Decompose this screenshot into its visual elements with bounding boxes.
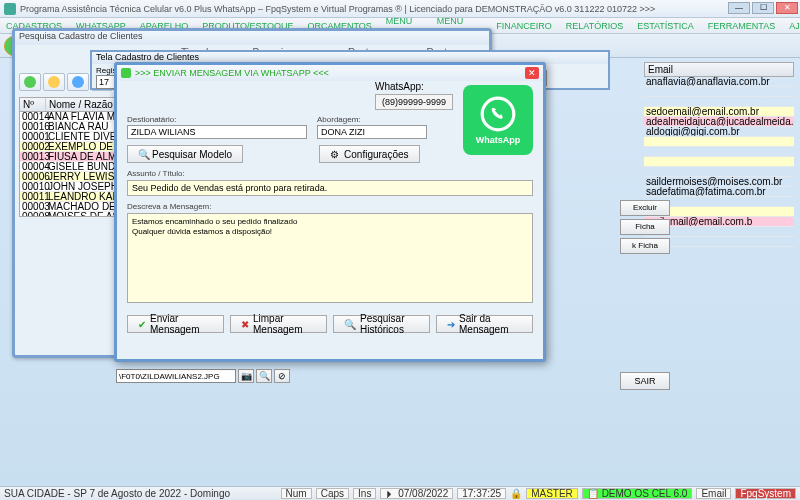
col-num[interactable]: Nº — [20, 98, 46, 111]
whatsapp-dialog: >>> ENVIAR MENSAGEM VIA WHATSAPP <<< ✕ W… — [114, 62, 546, 362]
email-row: adealmeidajuca@jucadealmeida.com.br — [644, 117, 794, 127]
check-icon: ✔ — [138, 319, 146, 330]
clear-photo-button[interactable]: ⊘ — [274, 369, 290, 383]
edit-button[interactable] — [43, 73, 65, 91]
status-num: Num — [281, 488, 312, 499]
status-demo: 📋 DEMO OS CEL 6.0 — [582, 488, 693, 499]
email-row — [644, 87, 794, 97]
search-title: Pesquisa Cadastro de Clientes — [15, 31, 489, 45]
whatsapp-logo-icon — [479, 95, 517, 133]
pesquisar-historicos-button[interactable]: 🔍Pesquisar Históricos — [333, 315, 430, 333]
search-icon: 🔍 — [344, 319, 356, 330]
status-caps: Caps — [316, 488, 349, 499]
status-date: ⏵ 07/08/2022 — [380, 488, 453, 499]
email-row — [644, 97, 794, 107]
mensagem-label: Descreva a Mensagem: — [127, 202, 533, 211]
sair-mensagem-button[interactable]: ➔Sair da Mensagem — [436, 315, 533, 333]
search-photo-button[interactable]: 🔍 — [256, 369, 272, 383]
destinatario-input[interactable] — [127, 125, 307, 139]
email-row — [644, 137, 794, 147]
menu-ferramentas[interactable]: FERRAMENTAS — [708, 21, 775, 31]
abordagem-label: Abordagem: — [317, 115, 427, 124]
assunto-field[interactable]: Seu Pedido de Vendas está pronto para re… — [127, 180, 533, 196]
status-fpq[interactable]: FpqSystem — [735, 488, 796, 499]
gear-icon: ⚙ — [330, 149, 340, 159]
window-buttons: — ☐ ✕ — [728, 2, 798, 14]
app-title: Programa Assistência Técnica Celular v6.… — [20, 4, 655, 14]
assunto-label: Assunto / Título: — [127, 169, 533, 178]
menu-estatistica[interactable]: ESTATÍSTICA — [637, 21, 694, 31]
side-buttons: Excluir Ficha k Ficha — [620, 200, 670, 254]
titlebar: Programa Assistência Técnica Celular v6.… — [0, 0, 800, 18]
whatsapp-number-value: (89)99999-9999 — [375, 94, 453, 110]
status-ins: Ins — [353, 488, 376, 499]
whatsapp-number: WhatsApp: (89)99999-9999 — [375, 81, 453, 110]
col-email-header[interactable]: Email — [644, 62, 794, 77]
ficha2-button[interactable]: k Ficha — [620, 238, 670, 254]
statusbar: SUA CIDADE - SP 7 de Agosto de 2022 - Do… — [0, 486, 800, 500]
limpar-mensagem-button[interactable]: ✖Limpar Mensagem — [230, 315, 327, 333]
pesquisar-modelo-button[interactable]: 🔍Pesquisar Modelo — [127, 145, 243, 163]
exit-icon: ➔ — [447, 319, 455, 330]
email-row: saildermoises@moises.com.br — [644, 177, 794, 187]
status-city: SUA CIDADE - SP 7 de Agosto de 2022 - Do… — [4, 488, 230, 499]
email-row: sadefatima@fatima.com.br — [644, 187, 794, 197]
help-button[interactable] — [67, 73, 89, 91]
email-row — [644, 147, 794, 157]
lock-icon: 🔒 — [510, 488, 522, 499]
add-button[interactable] — [19, 73, 41, 91]
close-button[interactable]: ✕ — [776, 2, 798, 14]
excluir-button[interactable]: Excluir — [620, 200, 670, 216]
photo-path-input[interactable] — [116, 369, 236, 383]
whatsapp-dialog-title: >>> ENVIAR MENSAGEM VIA WHATSAPP <<< — [135, 68, 525, 78]
abordagem-input[interactable] — [317, 125, 427, 139]
status-master: MASTER — [526, 488, 578, 499]
status-time: 17:37:25 — [457, 488, 506, 499]
email-row — [644, 157, 794, 167]
email-row: anaflavia@anaflavia.com.br — [644, 77, 794, 87]
menu-financeiro[interactable]: FINANCEIRO — [496, 21, 552, 31]
email-row — [644, 167, 794, 177]
maximize-button[interactable]: ☐ — [752, 2, 774, 14]
email-row: sedoemail@email.com.br — [644, 107, 794, 117]
mensagem-textarea[interactable]: Estamos encaminhado o seu pedido finaliz… — [127, 213, 533, 303]
whatsapp-logo: WhatsApp — [463, 85, 533, 155]
cancel-icon: ✖ — [241, 319, 249, 330]
email-row: aldogigi@gigi.com.br — [644, 127, 794, 137]
search-icon: 🔍 — [138, 149, 148, 159]
whatsapp-close-button[interactable]: ✕ — [525, 67, 539, 79]
status-email[interactable]: Email — [696, 488, 731, 499]
whatsapp-icon — [121, 68, 131, 78]
minimize-button[interactable]: — — [728, 2, 750, 14]
camera-button[interactable]: 📷 — [238, 369, 254, 383]
photo-footer: 📷 🔍 ⊘ — [116, 368, 546, 384]
destinatario-label: Destionatário: — [127, 115, 307, 124]
ficha-button[interactable]: Ficha — [620, 219, 670, 235]
menu-relatorios[interactable]: RELATÓRIOS — [566, 21, 623, 31]
sair-button[interactable]: SAIR — [620, 372, 670, 390]
configuracoes-button[interactable]: ⚙Configurações — [319, 145, 419, 163]
enviar-mensagem-button[interactable]: ✔Enviar Mensagem — [127, 315, 224, 333]
menu-ajuda[interactable]: AJUDA — [789, 21, 800, 31]
app-icon — [4, 3, 16, 15]
